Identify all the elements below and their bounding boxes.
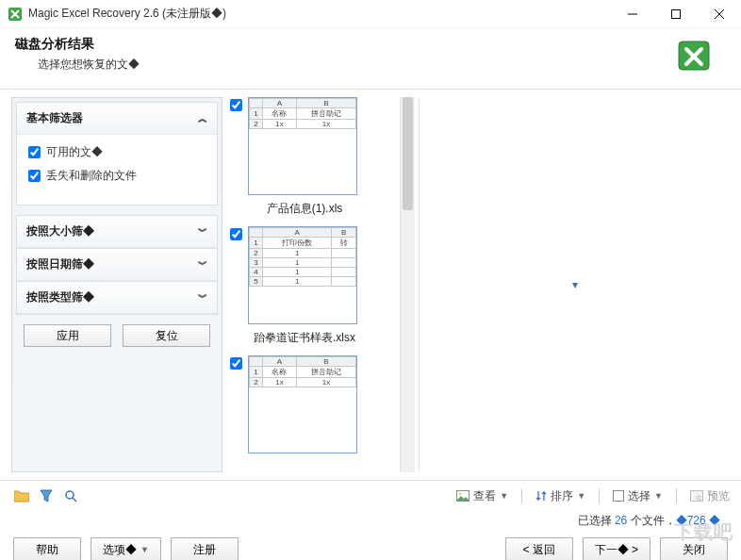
bottom-toolbar: 查看▼ 排序▼ 选择▼ 预览 — [0, 481, 741, 509]
lost-deleted-checkbox[interactable] — [28, 170, 41, 182]
app-icon — [8, 7, 23, 22]
reset-button[interactable]: 复位 — [123, 324, 210, 347]
chevron-up-icon: ︽ — [198, 112, 207, 125]
collapse-arrow-icon[interactable]: ▾ — [572, 278, 578, 291]
close-footer-button[interactable]: 关闭 — [660, 537, 728, 560]
file-thumbnail[interactable]: AB1打印份数转21314151 — [248, 226, 357, 324]
apply-button[interactable]: 应用 — [24, 324, 111, 347]
scrollbar-thumb[interactable] — [403, 97, 413, 210]
sort-icon — [535, 490, 547, 502]
preview-label: 预览 — [707, 488, 730, 504]
lost-deleted-label: 丢失和删除的文件 — [46, 168, 137, 184]
status-size: ◆726 ◆ — [676, 514, 720, 527]
available-files-label: 可用的文◆ — [46, 144, 103, 160]
preview-pane: ▾ — [419, 97, 730, 472]
sort-menu[interactable]: 排序▼ — [535, 488, 585, 504]
options-button[interactable]: 选项◆▼ — [91, 537, 161, 560]
svg-rect-1 — [672, 9, 681, 18]
filter-size-label: 按照大小筛◆ — [26, 223, 94, 239]
filter-basic-header[interactable]: 基本筛选器 ︽ — [17, 103, 217, 135]
back-button[interactable]: < 返回 — [505, 537, 573, 560]
main-area: 基本筛选器 ︽ 可用的文◆ 丢失和删除的文件 按照大小筛◆ ︾ — [0, 89, 741, 481]
maximize-button[interactable] — [654, 0, 698, 28]
register-button[interactable]: 注册 — [171, 537, 239, 560]
preview-button[interactable]: 预览 — [690, 488, 730, 504]
filter-type-label: 按照类型筛◆ — [26, 289, 94, 305]
file-thumbnail[interactable]: AB1名称拼音助记21x1x — [248, 355, 357, 453]
file-checkbox[interactable] — [230, 357, 242, 370]
svg-rect-7 — [614, 491, 624, 502]
available-files-checkbox[interactable] — [28, 146, 41, 158]
filter-date-label: 按照日期筛◆ — [26, 256, 94, 272]
dropdown-icon: ▼ — [140, 545, 149, 554]
filter-basic-label: 基本筛选器 — [26, 110, 83, 126]
filter-available-files[interactable]: 可用的文◆ — [28, 144, 206, 160]
filter-lost-deleted[interactable]: 丢失和删除的文件 — [28, 168, 206, 184]
file-name: 产品信息(1).xls — [248, 201, 361, 217]
dropdown-icon: ▼ — [500, 491, 508, 501]
dropdown-icon: ▼ — [654, 491, 663, 501]
sort-label: 排序 — [551, 488, 573, 504]
magnifier-icon[interactable] — [62, 487, 79, 504]
file-name: 跆拳道证书样表.xlsx — [248, 330, 361, 346]
filter-basic: 基本筛选器 ︽ 可用的文◆ 丢失和删除的文件 — [16, 102, 218, 206]
file-thumbnail[interactable]: AB1名称拼音助记21x1x — [248, 97, 357, 195]
filter-date-header[interactable]: 按照日期筛◆ ︾ — [17, 249, 217, 281]
filter-type-header[interactable]: 按照类型筛◆ ︾ — [17, 282, 217, 314]
svg-point-6 — [459, 493, 462, 496]
window-title: Magic Excel Recovery 2.6 (未注册版◆) — [28, 6, 611, 22]
view-label: 查看 — [473, 488, 496, 504]
dropdown-icon: ▼ — [577, 491, 585, 501]
file-list: AB1名称拼音助记21x1x产品信息(1).xlsAB1打印份数转2131415… — [228, 97, 400, 472]
file-checkbox[interactable] — [230, 99, 242, 111]
file-panel: AB1名称拼音助记21x1x产品信息(1).xlsAB1打印份数转2131415… — [228, 97, 730, 472]
chevron-down-icon: ︾ — [198, 291, 207, 305]
page-title: 磁盘分析结果 — [15, 36, 675, 53]
select-label: 选择 — [628, 488, 650, 504]
scrollbar[interactable] — [400, 97, 415, 472]
file-item[interactable]: AB1名称拼音助记21x1x产品信息(1).xls — [228, 97, 400, 217]
filter-by-type: 按照类型筛◆ ︾ — [16, 282, 218, 315]
minimize-button[interactable] — [611, 0, 654, 28]
filter-size-header[interactable]: 按照大小筛◆ ︾ — [17, 216, 217, 248]
chevron-down-icon: ︾ — [198, 258, 207, 272]
status-bar: 已选择 26 个文件，◆726 ◆ — [0, 509, 741, 530]
page-subtitle: 选择您想恢复的文◆ — [38, 57, 675, 73]
file-checkbox[interactable] — [230, 228, 242, 240]
svg-point-4 — [66, 491, 74, 499]
page-header: 磁盘分析结果 选择您想恢复的文◆ — [0, 28, 741, 89]
help-button[interactable]: 帮助 — [13, 537, 81, 560]
file-item[interactable]: AB1名称拼音助记21x1x — [228, 355, 400, 459]
status-prefix: 已选择 — [578, 514, 615, 527]
folder-icon[interactable] — [13, 487, 30, 504]
checkbox-icon — [613, 490, 624, 502]
filter-by-date: 按照日期筛◆ ︾ — [16, 249, 218, 282]
options-label: 选项◆ — [103, 542, 137, 558]
picture-icon — [456, 490, 469, 502]
chevron-down-icon: ︾ — [198, 225, 207, 239]
view-menu[interactable]: 查看▼ — [456, 488, 508, 504]
filter-icon[interactable] — [38, 487, 55, 504]
preview-icon — [690, 490, 703, 502]
window-controls — [611, 0, 741, 28]
select-menu[interactable]: 选择▼ — [613, 488, 663, 504]
close-button[interactable] — [698, 0, 741, 28]
titlebar: Magic Excel Recovery 2.6 (未注册版◆) — [0, 0, 741, 28]
status-mid: 个文件， — [627, 514, 675, 527]
excel-logo-icon — [675, 36, 716, 77]
filter-by-size: 按照大小筛◆ ︾ — [16, 215, 218, 249]
footer-buttons: 帮助 选项◆▼ 注册 < 返回 下一◆ > 关闭 — [0, 530, 741, 560]
filter-sidebar: 基本筛选器 ︽ 可用的文◆ 丢失和删除的文件 按照大小筛◆ ︾ — [11, 97, 222, 472]
status-count: 26 — [615, 514, 627, 527]
next-button[interactable]: 下一◆ > — [583, 537, 650, 560]
file-item[interactable]: AB1打印份数转21314151跆拳道证书样表.xlsx — [228, 226, 400, 346]
